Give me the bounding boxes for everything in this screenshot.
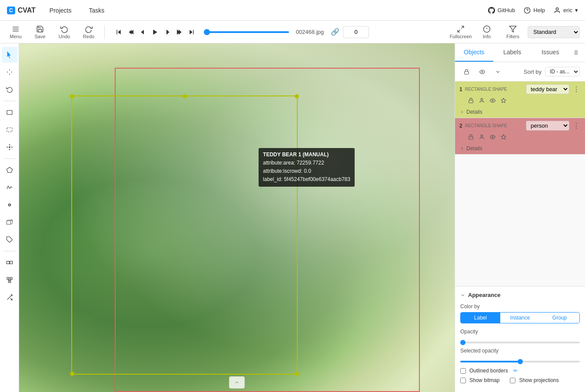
appearance-header[interactable]: Appearance (460, 292, 580, 298)
save-button[interactable]: Save (30, 23, 50, 42)
object-2-details[interactable]: Details (455, 144, 585, 154)
nav-github[interactable]: GitHub (488, 7, 515, 14)
redo-button[interactable]: Redo (78, 23, 99, 42)
svg-point-58 (492, 136, 493, 138)
outlined-borders-edit-icon[interactable]: ✏ (513, 368, 518, 374)
tooltip-line1: attribute:area: 72259.7722 (263, 159, 350, 167)
panel-expand-button[interactable] (569, 46, 582, 59)
group-tool-button[interactable] (2, 255, 17, 270)
star-obj2-icon (501, 134, 506, 140)
show-bitmap-label: Show bitmap (469, 377, 499, 383)
color-by-label-btn[interactable]: Label (461, 313, 500, 323)
menu-label: Menu (10, 34, 22, 39)
svg-marker-12 (166, 30, 170, 35)
object-2-person-icon[interactable] (479, 134, 485, 141)
canvas-overlay (19, 43, 455, 392)
cuboid-tool-button[interactable] (2, 214, 17, 230)
svg-rect-23 (7, 110, 12, 114)
outlined-borders-checkbox[interactable] (460, 368, 466, 374)
logo-icon: C (7, 7, 15, 14)
object-1-menu-button[interactable]: ⋮ (572, 85, 581, 93)
show-projections-checkbox[interactable] (510, 378, 515, 383)
tab-objects[interactable]: Objects (455, 43, 493, 62)
svg-point-25 (9, 146, 10, 148)
interpolation-button[interactable] (2, 139, 17, 155)
sort-by-label: Sort by (524, 69, 542, 75)
object-2-id: 2 (459, 123, 462, 129)
object-2-star-icon[interactable] (501, 134, 506, 141)
lock-all-button[interactable] (460, 66, 472, 78)
sort-by-select[interactable]: ID - as... (545, 67, 580, 76)
polyline-tool-button[interactable] (2, 180, 17, 195)
object-2-details-label: Details (466, 145, 482, 152)
prev-frame-button[interactable] (138, 27, 148, 37)
frame-slider[interactable] (204, 31, 289, 33)
help-label: Help (533, 7, 545, 13)
tooltip-line2: attribute:iscrowd: 0.0 (263, 167, 350, 175)
prev-frame-icon (140, 29, 146, 36)
svg-point-28 (9, 144, 10, 145)
first-frame-button[interactable] (113, 27, 124, 37)
appearance-section: Appearance Color by Label Instance Group… (455, 286, 585, 392)
rectangle-tool-button[interactable] (2, 105, 17, 120)
prev-keyframe-button[interactable] (126, 27, 136, 37)
object-1-eye-icon[interactable] (490, 98, 495, 105)
selected-opacity-slider[interactable] (460, 361, 580, 362)
undo-button[interactable]: Undo (54, 23, 75, 42)
nav-help[interactable]: Help (524, 7, 545, 14)
nav-tasks[interactable]: Tasks (85, 5, 108, 16)
svg-point-27 (11, 147, 13, 148)
object-2-lock-icon[interactable] (468, 134, 474, 141)
split-tool-button[interactable] (2, 290, 17, 305)
menu-button[interactable]: Menu (5, 23, 26, 42)
object-2-eye-icon[interactable] (490, 134, 495, 141)
tag-tool-button[interactable] (2, 232, 17, 247)
fullscreen-button[interactable]: Fullscreen (449, 25, 472, 39)
opacity-slider[interactable] (460, 342, 580, 343)
object-2-header: 2 RECTANGLE SHAPE person ⋮ (455, 118, 585, 132)
last-frame-button[interactable] (186, 27, 197, 37)
merge-tool-button[interactable] (2, 272, 17, 288)
info-button[interactable]: Info (475, 25, 498, 39)
object-2-label-select[interactable]: person (526, 121, 569, 131)
tab-issues[interactable]: Issues (531, 43, 569, 62)
select-region-button[interactable] (2, 122, 17, 138)
panel-tabs: Objects Labels Issues (455, 43, 585, 62)
hide-all-button[interactable] (476, 66, 488, 78)
rotate-tool-button[interactable] (2, 82, 17, 97)
info-icon (483, 25, 491, 33)
object-1-label-select[interactable]: teddy bear (526, 84, 569, 94)
canvas-up-button[interactable] (229, 376, 245, 389)
cursor-tool-button[interactable] (2, 47, 17, 63)
app-logo[interactable]: C CVAT (7, 7, 36, 14)
object-1-star-icon[interactable] (501, 98, 506, 105)
object-2-menu-button[interactable]: ⋮ (572, 122, 581, 130)
save-icon (36, 25, 44, 33)
nav-projects[interactable]: Projects (46, 5, 75, 16)
tag-icon (6, 236, 13, 243)
canvas-area[interactable]: TEDDY BEAR 1 (MANUAL) attribute:area: 72… (19, 43, 455, 392)
sidebar-separator-1 (3, 101, 16, 101)
filter-select[interactable]: Standard (528, 26, 580, 38)
user-menu[interactable]: eric ▾ (554, 7, 578, 14)
svg-marker-14 (179, 30, 182, 35)
color-by-group-btn[interactable]: Group (540, 313, 579, 323)
move-tool-button[interactable] (2, 64, 17, 80)
link-icon[interactable]: 🔗 (331, 28, 339, 36)
next-frame-button[interactable] (162, 27, 173, 37)
polygon-tool-button[interactable] (2, 162, 17, 178)
color-by-instance-btn[interactable]: Instance (500, 313, 540, 323)
tab-labels[interactable]: Labels (493, 43, 532, 62)
last-frame-icon (188, 29, 195, 36)
object-1-details[interactable]: Details (455, 107, 585, 118)
play-button[interactable] (150, 27, 160, 37)
object-1-person-icon[interactable] (479, 98, 485, 105)
frame-number-input[interactable] (343, 26, 369, 38)
object-1-lock-icon[interactable] (468, 98, 474, 105)
filters-button[interactable]: Filters (502, 25, 524, 39)
expand-all-button[interactable] (492, 66, 504, 78)
object-item-1: 1 RECTANGLE SHAPE teddy bear ⋮ (455, 82, 585, 118)
point-tool-button[interactable] (2, 197, 17, 213)
show-bitmap-checkbox[interactable] (460, 378, 466, 383)
next-keyframe-button[interactable] (174, 27, 185, 37)
